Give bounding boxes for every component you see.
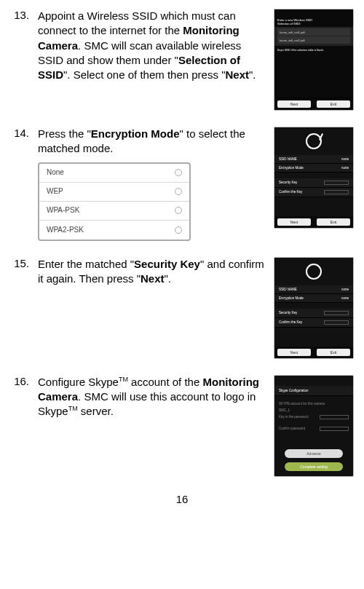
radio-icon	[175, 226, 182, 234]
input-box	[320, 415, 349, 419]
dropdown-option: WEP	[39, 183, 189, 202]
radio-icon	[175, 169, 182, 176]
option-label: None	[47, 167, 64, 178]
page-number: 16	[10, 493, 354, 505]
bold-text: Next	[141, 272, 165, 285]
encryption-dropdown: None WEP WPA-PSK WPA2-PSK	[38, 162, 191, 241]
label: Encryption Mode	[279, 166, 304, 170]
advance-button: Advance	[285, 449, 343, 458]
step-text: Appoint a Wireless SSID which must can c…	[38, 9, 266, 82]
step-number: 15.	[10, 257, 31, 269]
label: SSID NAME	[279, 157, 297, 161]
screenshot-step-16: Skype Configuration SKYPE account for th…	[274, 375, 354, 477]
input-box	[324, 311, 349, 315]
option-label: WPA-PSK	[47, 205, 79, 216]
dropdown-option: WPA-PSK	[39, 202, 189, 221]
step-text: Configure SkypeTM account of the Monitor…	[38, 375, 266, 419]
label: SSID NAME	[279, 288, 297, 291]
text: ". Select one of them then press "	[63, 68, 225, 81]
radio-icon	[175, 207, 182, 214]
ssid-row: home_wifi_net1.pdf	[277, 28, 350, 36]
text: Press the "	[38, 127, 91, 140]
step-number: 16.	[10, 375, 31, 387]
value: none	[341, 296, 349, 300]
input-box	[320, 427, 349, 431]
step-text: Enter the matched "Security Key" and con…	[38, 257, 266, 287]
ss-hint: Keyin SSID if the selection table is bla…	[274, 46, 353, 98]
option-label: WEP	[47, 186, 63, 197]
ssid-row: home_wifi_net2.pdf	[277, 36, 350, 44]
dropdown-option: None	[39, 164, 189, 183]
complete-button: Complete setting	[285, 462, 343, 471]
text: account of the	[128, 376, 203, 388]
screenshot-step-13: Enter a new Wireless SSID Selection of S…	[274, 9, 354, 111]
step-text: Press the "Encryption Mode" to select th…	[38, 127, 266, 241]
bold-text: Security Key	[134, 258, 200, 270]
input-box	[324, 320, 349, 325]
label: Encryption Mode	[279, 296, 304, 300]
exit-button: Exit	[317, 218, 350, 226]
text: ".	[164, 272, 171, 285]
trademark: TM	[68, 405, 78, 412]
step-15: 15. Enter the matched "Security Key" and…	[10, 257, 354, 359]
bold-text: Encryption Mode	[91, 127, 180, 140]
step-16: 16. Configure SkypeTM account of the Mon…	[10, 375, 354, 477]
wifi-icon	[306, 264, 322, 280]
value: none	[341, 157, 349, 161]
step-number: 14.	[10, 127, 31, 139]
text: ".	[249, 68, 256, 81]
next-button: Next	[277, 349, 311, 356]
next-button: Next	[277, 100, 311, 108]
label: Security Key	[279, 311, 297, 315]
value: none	[341, 288, 349, 291]
exit-button: Exit	[317, 349, 350, 356]
option-label: WPA2-PSK	[47, 225, 84, 235]
text: server.	[78, 405, 114, 417]
value: SMC_1	[279, 408, 290, 412]
step-13: 13. Appoint a Wireless SSID which must c…	[10, 9, 354, 111]
dropdown-option: WPA2-PSK	[39, 221, 189, 240]
exit-button: Exit	[317, 100, 350, 108]
step-number: 13.	[10, 9, 31, 21]
step-14: 14. Press the "Encryption Mode" to selec…	[10, 127, 354, 241]
ss-subtitle: Selection of SSID	[277, 22, 350, 25]
label: Confirm the Key	[279, 320, 302, 325]
value: none	[341, 166, 349, 170]
bold-text: Next	[225, 68, 249, 81]
input-box	[324, 181, 349, 185]
screenshot-step-15: SSID NAMEnone Encryption Modenone Securi…	[274, 257, 354, 359]
trademark: TM	[119, 376, 128, 383]
label: Key in the password	[279, 415, 309, 419]
next-button: Next	[277, 218, 311, 226]
text: Enter the matched "	[38, 258, 134, 270]
wifi-icon	[306, 133, 322, 149]
label: SKYPE account for this camera	[279, 402, 325, 406]
label: Security Key	[279, 181, 297, 185]
ss-title: Skype Configuration	[274, 386, 353, 396]
screenshot-step-14: SSID NAMEnone Encryption Modenone Securi…	[274, 127, 354, 229]
input-box	[324, 190, 349, 194]
radio-icon	[175, 188, 182, 195]
label: Confirm password	[279, 427, 305, 431]
text: Configure Skype	[38, 376, 119, 388]
label: Confirm the Key	[279, 190, 302, 194]
